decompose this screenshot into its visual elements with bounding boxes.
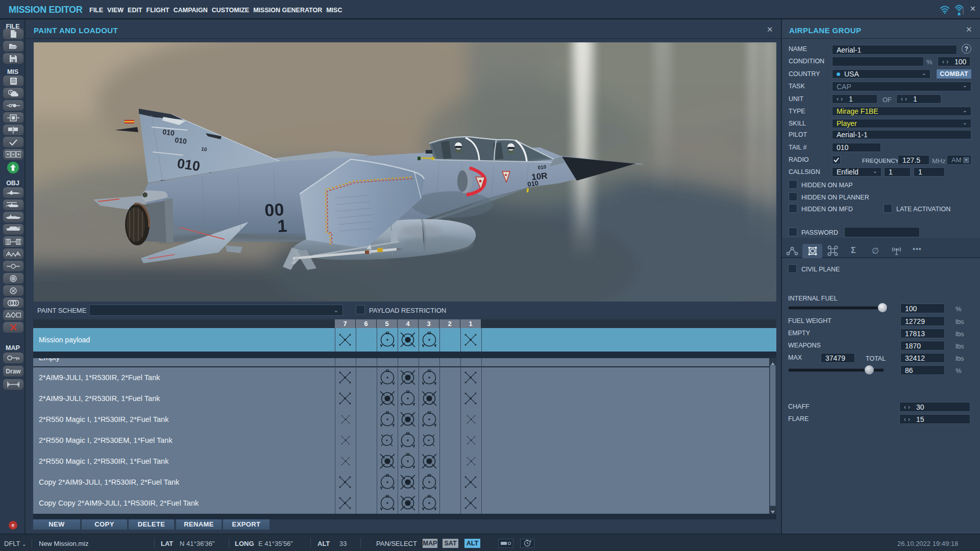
svg-text:010: 010: [176, 156, 201, 174]
svg-text:010: 010: [537, 164, 547, 170]
svg-text:010: 010: [175, 136, 187, 145]
svg-text:10: 10: [201, 146, 208, 152]
svg-text:1: 1: [277, 216, 287, 236]
svg-text:010: 010: [527, 179, 539, 188]
svg-text:010: 010: [162, 128, 175, 137]
